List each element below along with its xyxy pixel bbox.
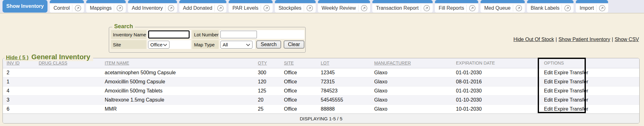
tab-weekly-review[interactable]: Weekly Review [318, 0, 370, 13]
cell-item-name: MMR [101, 104, 254, 113]
tab-stockpiles[interactable]: Stockpiles [275, 0, 316, 13]
open-in-new-icon[interactable] [515, 5, 522, 12]
tab-label: Add Inventory [132, 5, 163, 11]
open-in-new-icon[interactable] [599, 5, 606, 12]
col-item-name[interactable]: ITEM NAME [101, 58, 254, 68]
tab-blank-labels[interactable]: Blank Labels [527, 0, 574, 13]
cell-expiration-date: 01-10-2030 [452, 95, 540, 104]
expire-action[interactable]: Expire [554, 79, 568, 84]
site-label: Site [111, 40, 146, 49]
cell-item-name: Amoxicillin 500mg Tablets [101, 86, 254, 95]
map-type-select[interactable]: All [220, 41, 253, 49]
transfer-action[interactable]: Transfer [570, 97, 588, 102]
edit-action[interactable]: Edit [544, 79, 553, 84]
tab-cap [527, 0, 574, 3]
expire-action[interactable]: Expire [554, 106, 568, 112]
chevron-down-icon [163, 42, 167, 47]
open-in-new-icon[interactable] [217, 5, 224, 12]
cell-expiration-date: 01-01-2030 [452, 86, 540, 95]
hide-out-of-stock-link[interactable]: Hide Out Of Stock [514, 37, 554, 42]
divider [304, 5, 304, 12]
col-lot[interactable]: LOT [317, 58, 370, 68]
lot-number-label: Lot Number [192, 30, 219, 39]
show-patient-inventory-link[interactable]: Show Patient Inventory [558, 37, 610, 42]
tab-label: Blank Labels [531, 5, 560, 11]
transfer-action[interactable]: Transfer [570, 79, 588, 84]
tab-label: Add Donated [183, 5, 212, 11]
divider [165, 5, 165, 12]
show-csv-link[interactable]: Show CSV [615, 37, 639, 42]
edit-action[interactable]: Edit [544, 70, 553, 75]
transfer-action[interactable]: Transfer [570, 70, 588, 75]
tab-show-inventory[interactable]: Show Inventory [3, 0, 47, 13]
col-manufacturer[interactable]: MANUFACTURER [370, 58, 452, 68]
open-in-new-icon[interactable] [423, 5, 430, 12]
edit-action[interactable]: Edit [544, 106, 553, 112]
inventory-table: INV ID DRUG CLASS ITEM NAME QTY SITE LOT… [3, 58, 639, 113]
divider [214, 5, 215, 12]
tab-add-donated[interactable]: Add Donated [179, 0, 226, 13]
open-in-new-icon[interactable] [361, 5, 368, 12]
cell-site: Office [280, 104, 317, 113]
lot-number-input[interactable] [220, 31, 257, 38]
tab-label: Weekly Review [322, 5, 356, 11]
cell-item-name: acetaminophen 500mg Capsule [101, 68, 254, 77]
open-in-new-icon[interactable] [564, 5, 571, 12]
cell-qty: 20 [254, 95, 280, 104]
tab-label: Control [53, 5, 70, 11]
open-in-new-icon[interactable] [469, 5, 476, 12]
cell-manufacturer: Glaxo [370, 68, 452, 77]
tab-add-inventory[interactable]: Add Inventory [128, 0, 177, 13]
section-title: General Inventory [31, 53, 90, 61]
edit-action[interactable]: Edit [544, 88, 553, 93]
cell-lot: 54545555 [317, 95, 370, 104]
table-header-row: INV ID DRUG CLASS ITEM NAME QTY SITE LOT… [3, 58, 639, 68]
expire-action[interactable]: Expire [554, 97, 568, 102]
cell-lot: 72315 [317, 77, 370, 86]
tab-cap [435, 0, 478, 3]
open-in-new-icon[interactable] [116, 5, 123, 12]
table-row: 6 MMR 25 Office 88888 Glaxo 10-01-2030 E… [3, 104, 639, 113]
tab-cap [576, 0, 608, 3]
clear-button[interactable]: Clear [284, 40, 304, 49]
tab-import[interactable]: Import [576, 0, 608, 13]
divider [261, 5, 261, 12]
tab-cap [275, 0, 316, 3]
open-in-new-icon[interactable] [263, 5, 270, 12]
col-site[interactable]: SITE [280, 58, 317, 68]
cell-manufacturer: Glaxo [370, 86, 452, 95]
separator: | [556, 37, 557, 42]
inventory-name-input[interactable] [148, 30, 190, 39]
tab-med-queue[interactable]: Med Queue [480, 0, 525, 13]
open-in-new-icon[interactable] [306, 5, 313, 12]
hide-link[interactable]: Hide ( 5 ) [6, 55, 29, 61]
tab-cap [86, 0, 126, 3]
tab-mappings[interactable]: Mappings [86, 0, 126, 13]
open-in-new-icon[interactable] [75, 5, 81, 12]
paging-status: DISPLAYING 1-5 / 5 [3, 113, 639, 123]
cell-options: Edit Expire Transfer [540, 95, 639, 104]
site-select[interactable]: Office [148, 41, 169, 49]
col-qty[interactable]: QTY [254, 58, 280, 68]
cell-site: Office [280, 95, 317, 104]
cell-options: Edit Expire Transfer [540, 104, 639, 113]
cell-qty: 300 [254, 68, 280, 77]
tab-transaction-report[interactable]: Transaction Report [372, 0, 433, 13]
tab-control[interactable]: Control [50, 0, 84, 13]
open-in-new-icon[interactable] [168, 5, 175, 12]
cell-item-name: Naltrexone 1.5mg Capsule [101, 95, 254, 104]
edit-action[interactable]: Edit [544, 97, 553, 102]
tab-label: Import [580, 5, 594, 11]
search-button[interactable]: Search [256, 40, 281, 49]
cell-options: Edit Expire Transfer [540, 86, 639, 95]
tab-cap [128, 0, 177, 3]
tab-cap [50, 0, 84, 3]
expire-action[interactable]: Expire [554, 88, 568, 93]
cell-site: Office [280, 68, 317, 77]
tab-fill-reports[interactable]: Fill Reports [435, 0, 478, 13]
transfer-action[interactable]: Transfer [570, 88, 588, 93]
tab-par-levels[interactable]: PAR Levels [229, 0, 272, 13]
transfer-action[interactable]: Transfer [570, 106, 588, 112]
tab-label: Mappings [90, 5, 112, 11]
expire-action[interactable]: Expire [554, 70, 568, 75]
